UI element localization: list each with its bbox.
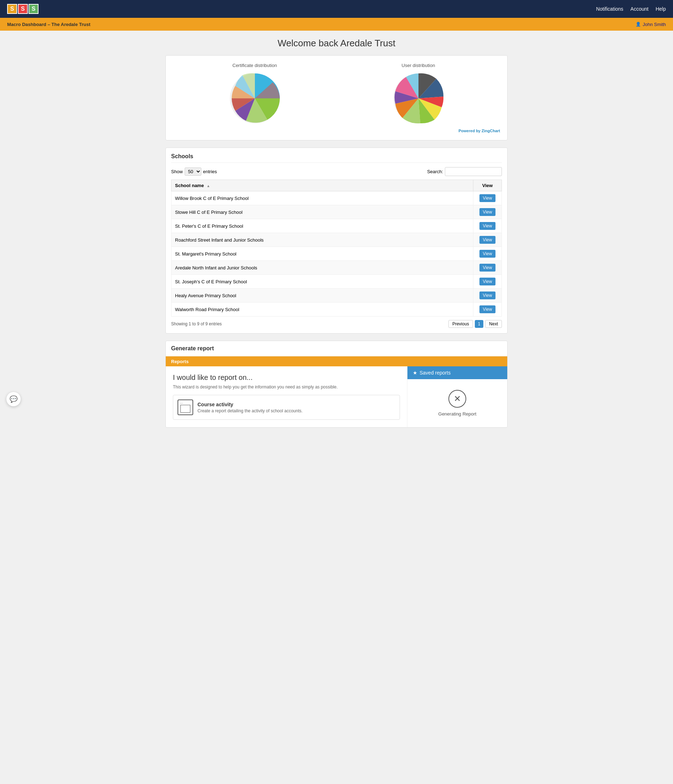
cert-chart-title: Certificate distribution bbox=[232, 63, 277, 68]
view-cell: View bbox=[474, 261, 502, 275]
chat-bubble[interactable]: 💬 bbox=[6, 392, 21, 406]
generate-report-section: Generate report Reports I would like to … bbox=[165, 341, 508, 428]
reports-tab: Reports bbox=[166, 356, 507, 366]
view-button[interactable]: View bbox=[480, 236, 496, 244]
logo-s1: S bbox=[7, 4, 17, 14]
table-controls: Show 50 25 10 entries Search: bbox=[171, 167, 502, 176]
nav-links: Notifications Account Help bbox=[596, 6, 666, 12]
user-label[interactable]: John Smith bbox=[636, 22, 666, 27]
charts-section: Certificate distribution bbox=[165, 55, 508, 140]
generating-text: Generating Report bbox=[438, 411, 477, 417]
cancel-icon[interactable]: ✕ bbox=[449, 390, 466, 408]
view-button[interactable]: View bbox=[480, 194, 496, 202]
notifications-link[interactable]: Notifications bbox=[596, 6, 623, 12]
school-name-cell: Aredale North Infant and Junior Schools bbox=[171, 261, 474, 275]
table-row: Roachford Street Infant and Junior Schoo… bbox=[171, 233, 502, 247]
view-button[interactable]: View bbox=[480, 250, 496, 258]
user-pie-chart bbox=[392, 72, 445, 125]
course-activity-icon bbox=[178, 400, 193, 415]
view-cell: View bbox=[474, 275, 502, 289]
view-cell: View bbox=[474, 191, 502, 205]
schools-section: Schools Show 50 25 10 entries Search: bbox=[165, 148, 508, 334]
reports-tab-link[interactable]: Reports bbox=[171, 359, 189, 364]
pagination: Previous 1 Next bbox=[449, 320, 502, 328]
view-cell: View bbox=[474, 219, 502, 233]
next-button[interactable]: Next bbox=[485, 320, 502, 328]
saved-reports-title: Saved reports bbox=[419, 370, 450, 376]
report-icon-inner bbox=[181, 405, 190, 413]
report-text: Course activity Create a report detailin… bbox=[198, 401, 303, 414]
main-content: Welcome back Aredale Trust Certificate d… bbox=[162, 31, 511, 442]
sort-arrow: ▲ bbox=[207, 184, 210, 188]
view-button[interactable]: View bbox=[480, 208, 496, 216]
search-input[interactable] bbox=[445, 167, 502, 176]
table-row: St. Peter's C of E Primary SchoolView bbox=[171, 219, 502, 233]
col-school-name: School name ▲ bbox=[171, 180, 474, 191]
cert-pie-chart bbox=[228, 72, 282, 125]
search-box: Search: bbox=[427, 167, 502, 176]
view-button[interactable]: View bbox=[480, 291, 496, 299]
view-cell: View bbox=[474, 303, 502, 316]
showing-text: Showing 1 to 9 of 9 entries bbox=[171, 322, 222, 327]
page-title: Welcome back Aredale Trust bbox=[165, 38, 508, 49]
table-row: Aredale North Infant and Junior SchoolsV… bbox=[171, 261, 502, 275]
col-view: View bbox=[474, 180, 502, 191]
entries-select[interactable]: 50 25 10 bbox=[185, 168, 201, 176]
schools-table: School name ▲ View Willow Brook C of E P… bbox=[171, 180, 502, 316]
view-button[interactable]: View bbox=[480, 264, 496, 272]
powered-by: Powered by ZingChart bbox=[173, 129, 500, 133]
wizard-title: I would like to report on... bbox=[173, 373, 400, 382]
school-name-cell: Roachford Street Infant and Junior Schoo… bbox=[171, 233, 474, 247]
table-footer: Showing 1 to 9 of 9 entries Previous 1 N… bbox=[171, 320, 502, 328]
course-activity-option[interactable]: Course activity Create a report detailin… bbox=[173, 395, 400, 420]
search-label: Search: bbox=[427, 169, 443, 174]
school-name-cell: Willow Brook C of E Primary School bbox=[171, 191, 474, 205]
generate-header: Generate report bbox=[166, 341, 507, 356]
school-name-cell: Walworth Road Primary School bbox=[171, 303, 474, 316]
charts-row: Certificate distribution bbox=[173, 63, 500, 125]
option-desc: Create a report detailing the activity o… bbox=[198, 408, 303, 414]
view-cell: View bbox=[474, 289, 502, 303]
cert-chart: Certificate distribution bbox=[228, 63, 282, 125]
saved-reports-header: Saved reports bbox=[407, 366, 507, 379]
school-name-cell: St. Joseph's C of E Primary School bbox=[171, 275, 474, 289]
saved-reports: Saved reports ✕ Generating Report bbox=[407, 366, 507, 427]
help-link[interactable]: Help bbox=[656, 6, 666, 12]
show-entries: Show 50 25 10 entries bbox=[171, 168, 217, 176]
option-title: Course activity bbox=[198, 401, 303, 407]
table-row: St. Margaret's Primary SchoolView bbox=[171, 247, 502, 261]
logo-s2: S bbox=[18, 4, 28, 14]
sub-nav-title: Macro Dashboard – The Aredale Trust bbox=[7, 22, 90, 27]
prev-button[interactable]: Previous bbox=[449, 320, 473, 328]
user-chart: User distribution bbox=[392, 63, 445, 125]
view-cell: View bbox=[474, 247, 502, 261]
view-cell: View bbox=[474, 205, 502, 219]
table-row: Stowe Hill C of E Primary SchoolView bbox=[171, 205, 502, 219]
report-wizard: I would like to report on... This wizard… bbox=[166, 366, 407, 427]
table-row: Walworth Road Primary SchoolView bbox=[171, 303, 502, 316]
saved-report-item: ✕ Generating Report bbox=[407, 379, 507, 427]
sub-nav: Macro Dashboard – The Aredale Trust John… bbox=[0, 18, 673, 31]
school-name-cell: Stowe Hill C of E Primary School bbox=[171, 205, 474, 219]
schools-header: Schools bbox=[171, 153, 502, 163]
current-page: 1 bbox=[475, 320, 484, 328]
logo-s3: S bbox=[28, 4, 39, 14]
table-row: Willow Brook C of E Primary SchoolView bbox=[171, 191, 502, 205]
table-row: St. Joseph's C of E Primary SchoolView bbox=[171, 275, 502, 289]
logo: S S S bbox=[7, 4, 39, 14]
top-nav: S S S Notifications Account Help bbox=[0, 0, 673, 18]
report-body: I would like to report on... This wizard… bbox=[166, 366, 507, 427]
view-button[interactable]: View bbox=[480, 305, 496, 313]
table-row: Healy Avenue Primary SchoolView bbox=[171, 289, 502, 303]
account-link[interactable]: Account bbox=[631, 6, 649, 12]
user-chart-title: User distribution bbox=[402, 63, 435, 68]
wizard-subtitle: This wizard is designed to help you get … bbox=[173, 384, 400, 389]
show-label: Show bbox=[171, 169, 183, 174]
school-name-cell: Healy Avenue Primary School bbox=[171, 289, 474, 303]
school-name-cell: St. Margaret's Primary School bbox=[171, 247, 474, 261]
view-cell: View bbox=[474, 233, 502, 247]
view-button[interactable]: View bbox=[480, 222, 496, 230]
view-button[interactable]: View bbox=[480, 278, 496, 285]
entries-label: entries bbox=[203, 169, 217, 174]
school-name-cell: St. Peter's C of E Primary School bbox=[171, 219, 474, 233]
